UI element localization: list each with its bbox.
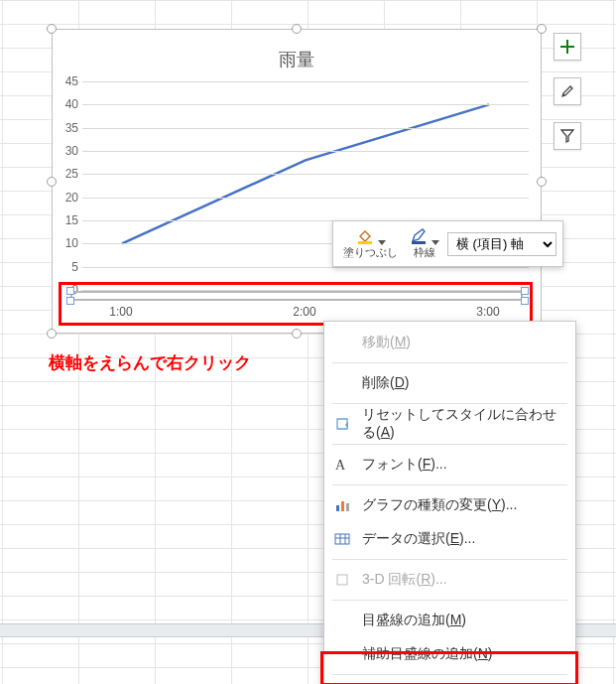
x-axis-selection-annotation	[59, 282, 533, 326]
selection-handle[interactable]	[537, 177, 547, 187]
svg-rect-6	[335, 534, 349, 544]
majorgrid-icon	[332, 611, 352, 630]
pen-icon	[410, 227, 428, 245]
svg-rect-7	[337, 575, 347, 585]
chart-gridline	[82, 198, 529, 199]
fill-label: 塗りつぶし	[343, 245, 398, 260]
plus-icon	[559, 39, 575, 55]
menu-item-rot3d: 3-D 回転(R)...	[324, 563, 575, 597]
outline-dropdown[interactable]: 枠線	[406, 225, 443, 262]
funnel-icon	[559, 128, 575, 144]
menu-item-formataxis[interactable]: 軸の書式設定(F)...	[324, 678, 575, 684]
axis-handle[interactable]	[521, 287, 529, 295]
y-tick-label: 10	[57, 236, 78, 250]
svg-rect-1	[412, 241, 426, 244]
font-icon: A	[332, 455, 352, 475]
move-icon	[332, 333, 352, 352]
brush-icon	[559, 83, 575, 99]
svg-rect-0	[358, 241, 372, 244]
axis-handle[interactable]	[521, 297, 529, 305]
selection-handle[interactable]	[47, 329, 57, 339]
chart-gridline	[82, 81, 529, 82]
selection-handle[interactable]	[292, 24, 302, 34]
menu-item-font[interactable]: Aフォント(F)...	[324, 448, 575, 481]
menu-item-label: リセットしてスタイルに合わせる(A)	[362, 406, 565, 442]
menu-item-label: 補助目盛線の追加(N)	[362, 645, 492, 663]
rot3d-icon	[332, 570, 352, 590]
paint-bucket-icon	[356, 227, 374, 245]
selection-handle[interactable]	[47, 177, 57, 187]
y-tick-label: 25	[57, 167, 78, 181]
menu-separator	[332, 444, 567, 445]
menu-item-selectdata[interactable]: データの選択(E)...	[324, 522, 575, 556]
menu-separator	[332, 403, 567, 404]
chart-gridline	[82, 104, 529, 105]
selection-handle[interactable]	[537, 24, 547, 34]
chart-title: 雨量	[53, 48, 541, 71]
fill-dropdown[interactable]: 塗りつぶし	[339, 225, 402, 262]
menu-item-label: 3-D 回転(R)...	[362, 571, 447, 589]
menu-item-label: 削除(D)	[362, 374, 409, 392]
svg-text:A: A	[335, 458, 346, 473]
menu-item-label: 移動(M)	[362, 334, 411, 351]
mini-toolbar: 塗りつぶし 枠線 横 (項目) 軸	[332, 220, 563, 267]
reset-icon	[332, 414, 352, 434]
y-tick-label: 35	[57, 121, 78, 135]
delete-icon	[332, 373, 352, 393]
x-axis-selected[interactable]	[70, 291, 523, 301]
chart-filter-button[interactable]	[554, 122, 581, 150]
chart-gridline	[82, 128, 529, 129]
y-tick-label: 45	[57, 74, 78, 88]
chart-gridline	[82, 174, 529, 175]
selection-handle[interactable]	[47, 24, 57, 34]
menu-item-reset[interactable]: リセットしてスタイルに合わせる(A)	[324, 407, 575, 441]
y-tick-label: 30	[57, 144, 78, 158]
y-tick-label: 15	[57, 213, 78, 227]
menu-separator	[332, 484, 567, 485]
menu-item-majorgrid[interactable]: 目盛線の追加(M)	[324, 604, 575, 637]
chart-gridline	[82, 151, 529, 152]
charttype-icon	[332, 495, 352, 515]
y-tick-label: 40	[57, 97, 78, 111]
x-tick-label: 2:00	[293, 305, 315, 319]
minorgrid-icon	[332, 644, 352, 664]
menu-item-label: 目盛線の追加(M)	[362, 612, 466, 629]
menu-item-label: グラフの種類の変更(Y)...	[362, 496, 517, 514]
menu-item-delete[interactable]: 削除(D)	[324, 366, 575, 400]
menu-separator	[332, 600, 567, 601]
menu-item-minorgrid[interactable]: 補助目盛線の追加(N)	[324, 637, 575, 671]
y-tick-label: 20	[57, 191, 78, 205]
menu-item-move: 移動(M)	[324, 326, 575, 359]
chart-element-select[interactable]: 横 (項目) 軸	[447, 232, 556, 256]
outline-label: 枠線	[414, 245, 435, 260]
selection-handle[interactable]	[292, 329, 302, 339]
menu-separator	[332, 362, 567, 363]
menu-item-label: フォント(F)...	[362, 456, 447, 474]
y-tick-label: 5	[57, 260, 78, 274]
context-menu: 移動(M)削除(D)リセットしてスタイルに合わせる(A)Aフォント(F)...グ…	[323, 321, 576, 684]
menu-separator	[332, 674, 567, 675]
x-tick-label: 1:00	[109, 305, 132, 319]
x-tick-label: 3:00	[476, 305, 499, 319]
menu-item-label: データの選択(E)...	[362, 530, 475, 548]
svg-rect-3	[336, 505, 339, 511]
svg-rect-5	[346, 503, 349, 511]
svg-rect-4	[341, 501, 344, 511]
menu-item-charttype[interactable]: グラフの種類の変更(Y)...	[324, 488, 575, 522]
axis-handle[interactable]	[66, 287, 74, 295]
menu-separator	[332, 559, 567, 560]
chart-styles-button[interactable]	[554, 77, 581, 105]
axis-handle[interactable]	[66, 297, 74, 305]
selectdata-icon	[332, 529, 352, 549]
instruction-annotation: 横軸をえらんで右クリック	[49, 351, 251, 374]
chart-elements-button[interactable]	[554, 33, 581, 61]
